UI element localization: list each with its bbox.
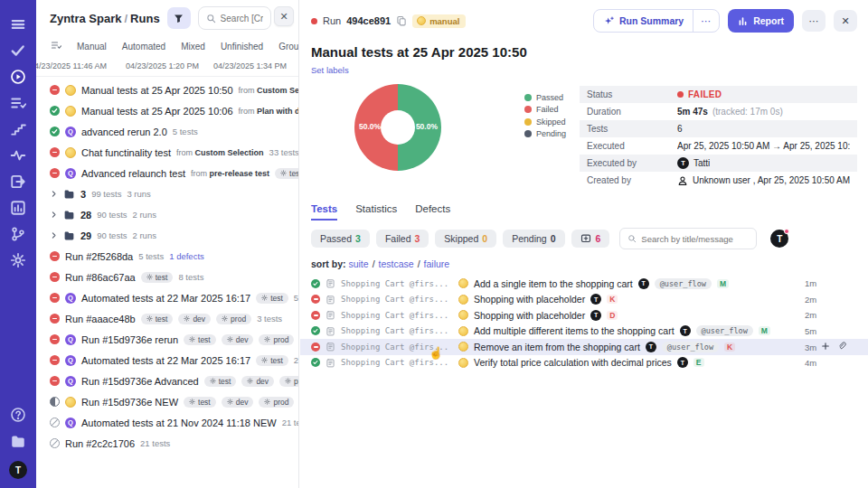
status-passed-icon — [311, 279, 320, 288]
rail-steps-button[interactable] — [0, 116, 36, 142]
run-row[interactable]: Manual tests at 25 Apr 2025 10:50 from C… — [36, 80, 298, 100]
rail-list-check-button[interactable] — [0, 89, 36, 116]
test-title[interactable]: Verify total price calculation with deci… — [474, 357, 672, 368]
run-row[interactable]: Manual tests at 25 Apr 2025 10:06 from P… — [36, 100, 298, 121]
rail-gear-button[interactable] — [0, 247, 36, 273]
rail-folder-button[interactable] — [0, 427, 36, 454]
defects-link[interactable]: 1 defects — [169, 251, 204, 261]
add-result-button[interactable] — [821, 342, 830, 351]
sidebar-tab-mixed[interactable]: Mixed — [181, 42, 205, 52]
sort-suite-link[interactable]: suite — [348, 258, 368, 269]
test-row[interactable]: Shopping Cart @firs... Shopping with pla… — [300, 292, 868, 308]
sidebar-tab-groups[interactable]: Groups — [278, 42, 299, 52]
folder-row[interactable]: 29 90 tests2 runs — [36, 225, 298, 246]
run-row[interactable]: Q Automated tests at 22 Mar 2025 16:17 t… — [36, 350, 298, 371]
folder-row[interactable]: 28 90 tests2 runs — [36, 204, 298, 225]
comments-filter-button[interactable]: 6 — [571, 230, 610, 248]
section-name: Runs — [130, 12, 160, 25]
results-donut-chart: 50.0% 50.0% — [354, 84, 441, 171]
test-row[interactable]: Shopping Cart @firs... Add multiple diff… — [300, 324, 868, 340]
user-avatar[interactable]: T — [9, 461, 27, 479]
run-summary-button[interactable]: Run Summary ⋯ — [593, 9, 720, 33]
suite-name[interactable]: Shopping Cart @firs... — [341, 295, 453, 304]
test-row[interactable]: Shopping Cart @firs... Verify total pric… — [300, 355, 868, 371]
filter-button[interactable] — [167, 7, 191, 29]
chevron-right-icon[interactable] — [50, 211, 58, 219]
legend-label: Skipped — [536, 117, 566, 127]
run-row[interactable]: Run #15d9736e NEW testdevprod 5/5 tests — [36, 391, 298, 412]
sidebar-search-input[interactable] — [221, 14, 263, 23]
filter-passed-button[interactable]: Passed 3 — [311, 230, 370, 248]
assignee-avatar[interactable]: T — [770, 230, 788, 249]
run-row[interactable]: Q Advanced relaunch test from pre-releas… — [36, 163, 298, 183]
test-row[interactable]: Shopping Cart @firs... Shopping with pla… — [300, 307, 868, 324]
rail-menu-button[interactable] — [0, 11, 36, 37]
emoji-avatar — [458, 358, 468, 368]
tab-tests[interactable]: Tests — [311, 203, 337, 221]
sort-testcase-link[interactable]: testcase — [379, 258, 414, 269]
attachment-button[interactable] — [837, 342, 846, 351]
sidebar-search[interactable] — [198, 6, 271, 30]
test-title[interactable]: Add a single item to the shopping cart — [474, 278, 633, 289]
rail-check-button[interactable] — [0, 37, 36, 63]
report-button[interactable]: Report — [728, 9, 794, 33]
legend-item-passed: Passed — [524, 91, 566, 104]
test-row[interactable]: Shopping Cart @firs... Remove an item fr… — [300, 339, 868, 355]
run-row[interactable]: Q Automated tests at 22 Mar 2025 16:17 t… — [36, 287, 298, 308]
env-chip-test: test — [275, 168, 298, 179]
test-title[interactable]: Remove an item from the shopping cart — [474, 342, 640, 352]
test-row[interactable]: Shopping Cart @firs... Add a single item… — [300, 276, 868, 292]
run-row[interactable]: Run #86ac67aa test 8 tests — [36, 267, 298, 287]
run-row[interactable]: Q Automated tests at 21 Nov 2024 11:18 N… — [36, 412, 298, 433]
run-row[interactable]: Run #2c2c1706 21 tests — [36, 433, 298, 454]
rail-branch-button[interactable] — [0, 221, 36, 247]
rail-play-circle-button[interactable] — [0, 63, 36, 89]
set-labels-link[interactable]: Set labels — [300, 60, 360, 75]
tab-defects[interactable]: Defects — [415, 203, 450, 221]
folder-row[interactable]: 3 99 tests3 runs — [36, 183, 298, 204]
chevron-right-icon[interactable] — [50, 231, 58, 239]
sidebar-close-button[interactable]: ✕ — [274, 6, 294, 26]
filter-failed-button[interactable]: Failed 3 — [376, 230, 429, 248]
run-overview: 50.0% 50.0% Passed Failed Skipped Pendin… — [300, 77, 868, 189]
sidebar-tab-unfinished[interactable]: Unfinished — [221, 42, 263, 52]
sort-failure-link[interactable]: failure — [424, 258, 450, 269]
rail-help-button[interactable] — [0, 401, 36, 427]
chevron-right-icon[interactable] — [50, 190, 58, 198]
stat-row: Executed Apr 25, 2025 10:50 AM → Apr 25,… — [580, 137, 857, 155]
sidebar-tab-manual[interactable]: Manual — [77, 42, 107, 52]
automation-avatar: Q — [65, 127, 76, 137]
project-name[interactable]: Zyntra Spark — [50, 12, 121, 25]
run-row[interactable]: Run #aaace48b testdevprod 3 tests — [36, 308, 298, 329]
test-title[interactable]: Shopping with placeholder — [474, 294, 585, 305]
suite-name[interactable]: Shopping Cart @firs... — [341, 279, 453, 288]
env-chip-dev: dev — [241, 376, 274, 387]
copy-icon[interactable] — [396, 15, 407, 26]
run-row[interactable]: Q Run #15d9736e rerun testdevprod 5 test… — [36, 329, 298, 350]
test-search-input[interactable] — [641, 234, 749, 244]
filter-skipped-button[interactable]: Skipped 0 — [435, 230, 496, 248]
close-panel-button[interactable]: ✕ — [834, 10, 857, 32]
detail-tabs: TestsStatisticsDefects — [300, 189, 868, 221]
rail-pulse-button[interactable] — [0, 142, 36, 168]
filter-pending-button[interactable]: Pending 0 — [503, 230, 564, 248]
run-summary-more-button[interactable]: ⋯ — [693, 10, 719, 32]
test-search[interactable] — [619, 228, 757, 249]
run-row[interactable]: Q Run #15d9736e Advanced testdevprod 4 t… — [36, 371, 298, 391]
run-row[interactable]: Run #2f5268da 5 tests 1 defects — [36, 246, 298, 267]
sparkle-icon — [603, 15, 615, 27]
more-options-button[interactable]: ⋯ — [802, 10, 826, 32]
suite-name[interactable]: Shopping Cart @firs... — [341, 326, 453, 335]
test-title[interactable]: Shopping with placeholder — [474, 310, 585, 321]
rail-sign-in-button[interactable] — [0, 168, 36, 194]
tab-statistics[interactable]: Statistics — [355, 203, 397, 221]
run-row[interactable]: Chat functinality test from Custom Selec… — [36, 142, 298, 163]
test-title[interactable]: Add multiple different items to the shop… — [474, 325, 675, 336]
select-runs-icon[interactable] — [51, 40, 61, 52]
suite-name[interactable]: Shopping Cart @firs... — [341, 311, 453, 320]
sidebar-tab-automated[interactable]: Automated — [122, 42, 165, 52]
status-failed-icon — [311, 295, 320, 304]
run-row[interactable]: Q advanced rerun 2.0 5 tests — [36, 121, 298, 142]
stat-label: Status — [587, 89, 677, 99]
rail-report-box-button[interactable] — [0, 194, 36, 221]
